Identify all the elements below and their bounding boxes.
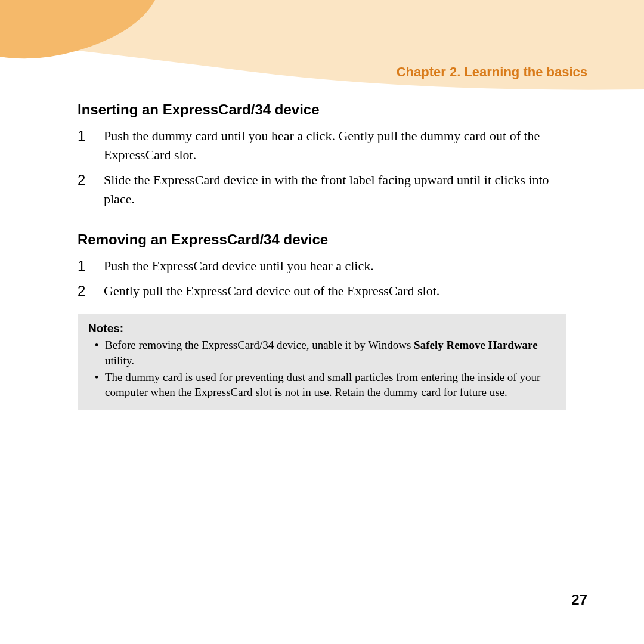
step-number: 1 (78, 126, 104, 165)
page-content: Inserting an ExpressCard/34 device 1 Pus… (78, 101, 566, 410)
step-item: 1 Push the dummy card until you hear a c… (78, 126, 566, 165)
section-heading-inserting: Inserting an ExpressCard/34 device (78, 101, 566, 118)
step-item: 2 Slide the ExpressCard device in with t… (78, 171, 566, 209)
step-text: Push the dummy card until you hear a cli… (104, 126, 566, 165)
chapter-title: Chapter 2. Learning the basics (397, 64, 587, 80)
step-number: 2 (78, 171, 104, 209)
section-heading-removing: Removing an ExpressCard/34 device (78, 231, 566, 248)
step-text: Gently pull the ExpressCard device out o… (104, 281, 566, 301)
note-text: Before removing the ExpressCard/34 devic… (105, 338, 556, 368)
step-number: 2 (78, 281, 104, 301)
note-item: • The dummy card is used for preventing … (88, 370, 556, 400)
notes-box: Notes: • Before removing the ExpressCard… (78, 314, 566, 410)
note-text-bold: Safely Remove Hardware (414, 339, 538, 351)
step-item: 2 Gently pull the ExpressCard device out… (78, 281, 566, 301)
step-text: Push the ExpressCard device until you he… (104, 256, 566, 275)
step-number: 1 (78, 256, 104, 275)
note-text-post: utility. (105, 354, 134, 367)
page-number: 27 (571, 592, 587, 608)
header-decoration (0, 0, 644, 95)
notes-title: Notes: (88, 322, 556, 335)
bullet-icon: • (88, 370, 105, 400)
note-text-pre: Before removing the ExpressCard/34 devic… (105, 339, 414, 351)
step-item: 1 Push the ExpressCard device until you … (78, 256, 566, 275)
step-text: Slide the ExpressCard device in with the… (104, 171, 566, 209)
bullet-icon: • (88, 338, 105, 368)
note-item: • Before removing the ExpressCard/34 dev… (88, 338, 556, 368)
note-text: The dummy card is used for preventing du… (105, 370, 556, 400)
